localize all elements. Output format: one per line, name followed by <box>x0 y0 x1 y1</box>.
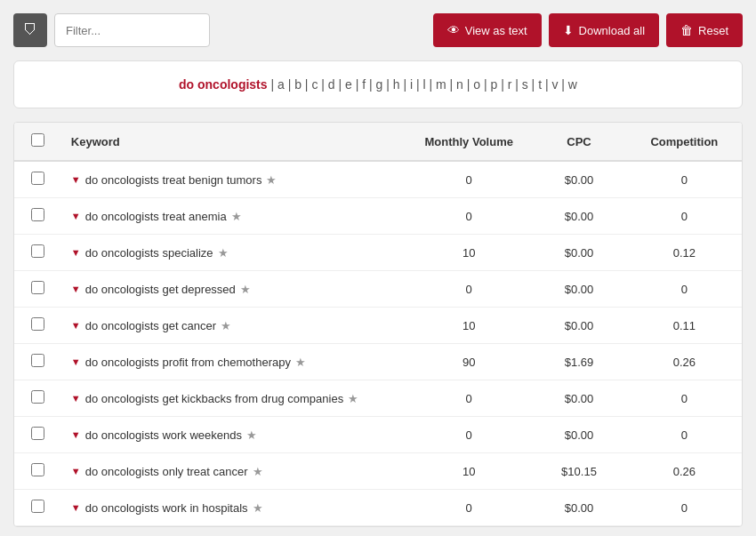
download-icon: ⬇ <box>563 23 574 37</box>
row-checkbox-7[interactable] <box>31 427 44 440</box>
row-keyword-5: ▼ do oncologists profit from chemotherap… <box>62 344 406 380</box>
row-checkbox-0[interactable] <box>31 172 44 185</box>
keyword-text: do oncologists work weekends <box>85 428 242 442</box>
keyword-table-container: Keyword Monthly Volume CPC Competition ▼… <box>13 122 743 527</box>
row-checkbox-2[interactable] <box>31 244 44 258</box>
expand-arrow-icon: ▼ <box>71 284 81 294</box>
expand-arrow-icon: ▼ <box>71 320 81 331</box>
row-competition-9: 0 <box>627 490 742 526</box>
row-cpc-8: $10.15 <box>531 453 627 490</box>
expand-arrow-icon: ▼ <box>71 429 81 440</box>
row-keyword-3: ▼ do oncologists get depressed ★ <box>62 271 406 308</box>
row-checkbox-4[interactable] <box>31 317 44 331</box>
row-keyword-0: ▼ do oncologists treat benign tumors ★ <box>62 161 406 198</box>
row-keyword-4: ▼ do oncologists get cancer ★ <box>62 308 406 344</box>
row-checkbox-cell <box>14 235 62 271</box>
keyword-table: Keyword Monthly Volume CPC Competition ▼… <box>14 123 742 526</box>
row-cpc-4: $0.00 <box>531 308 627 344</box>
keyword-text: do oncologists get cancer <box>85 319 216 332</box>
expand-arrow-icon: ▼ <box>71 211 81 221</box>
row-checkbox-cell <box>14 417 62 453</box>
star-icon[interactable]: ★ <box>246 428 257 442</box>
reset-label: Reset <box>698 24 728 37</box>
row-checkbox-6[interactable] <box>31 390 44 404</box>
table-row: ▼ do oncologists get depressed ★ 0 $0.00… <box>14 271 742 308</box>
row-cpc-7: $0.00 <box>531 417 627 453</box>
reset-button[interactable]: 🗑 Reset <box>666 13 743 47</box>
star-icon[interactable]: ★ <box>240 283 251 296</box>
filter-area: ⛉ <box>13 13 210 47</box>
row-checkbox-5[interactable] <box>31 354 44 367</box>
eye-icon: 👁 <box>447 23 460 37</box>
select-all-checkbox[interactable] <box>31 133 44 147</box>
row-keyword-6: ▼ do oncologists get kickbacks from drug… <box>62 380 406 417</box>
row-competition-6: 0 <box>627 380 742 417</box>
table-body: ▼ do oncologists treat benign tumors ★ 0… <box>14 161 742 526</box>
expand-arrow-icon: ▼ <box>71 174 81 185</box>
table-row: ▼ do oncologists work weekends ★ 0 $0.00… <box>14 417 742 453</box>
row-checkbox-cell <box>14 490 62 526</box>
table-row: ▼ do oncologists treat benign tumors ★ 0… <box>14 161 742 198</box>
toolbar: ⛉ 👁 View as text ⬇ Download all 🗑 Reset <box>13 13 743 47</box>
row-competition-8: 0.26 <box>627 453 742 490</box>
row-competition-4: 0.11 <box>627 308 742 344</box>
star-icon[interactable]: ★ <box>295 356 306 369</box>
expand-arrow-icon: ▼ <box>71 247 81 258</box>
row-keyword-9: ▼ do oncologists work in hospitals ★ <box>62 490 406 526</box>
view-as-text-label: View as text <box>465 24 527 37</box>
download-all-label: Download all <box>579 24 645 37</box>
table-row: ▼ do oncologists treat anemia ★ 0 $0.00 … <box>14 198 742 235</box>
star-icon[interactable]: ★ <box>253 501 263 515</box>
keyword-text: do oncologists profit from chemotherapy <box>85 356 291 369</box>
keyword-text: do oncologists only treat cancer <box>85 465 248 478</box>
row-keyword-8: ▼ do oncologists only treat cancer ★ <box>62 453 406 490</box>
table-row: ▼ do oncologists specialize ★ 10 $0.00 0… <box>14 235 742 271</box>
table-row: ▼ do oncologists get cancer ★ 10 $0.00 0… <box>14 308 742 344</box>
row-competition-3: 0 <box>627 271 742 308</box>
view-as-text-button[interactable]: 👁 View as text <box>433 13 542 47</box>
row-keyword-1: ▼ do oncologists treat anemia ★ <box>62 198 406 235</box>
search-letters: | <box>270 77 277 92</box>
star-icon[interactable]: ★ <box>253 465 263 478</box>
keyword-text: do oncologists get kickbacks from drug c… <box>85 392 343 405</box>
table-row: ▼ do oncologists get kickbacks from drug… <box>14 380 742 417</box>
row-checkbox-8[interactable] <box>31 463 44 476</box>
row-competition-1: 0 <box>627 198 742 235</box>
alphabet-letters: a | b | c | d | e | f | g | h | i | l | … <box>277 77 577 92</box>
row-checkbox-9[interactable] <box>31 500 44 513</box>
expand-arrow-icon: ▼ <box>71 466 81 476</box>
header-checkbox-col <box>14 123 62 161</box>
download-all-button[interactable]: ⬇ Download all <box>549 13 659 47</box>
row-volume-8: 10 <box>406 453 531 490</box>
row-cpc-3: $0.00 <box>531 271 627 308</box>
row-cpc-0: $0.00 <box>531 161 627 198</box>
row-volume-2: 10 <box>406 235 531 271</box>
star-icon[interactable]: ★ <box>266 173 277 187</box>
table-header-row: Keyword Monthly Volume CPC Competition <box>14 123 742 161</box>
row-cpc-1: $0.00 <box>531 198 627 235</box>
header-competition: Competition <box>627 123 742 161</box>
row-volume-5: 90 <box>406 344 531 380</box>
row-volume-4: 10 <box>406 308 531 344</box>
row-competition-7: 0 <box>627 417 742 453</box>
filter-input[interactable] <box>54 13 210 47</box>
row-volume-9: 0 <box>406 490 531 526</box>
row-cpc-5: $1.69 <box>531 344 627 380</box>
reset-icon: 🗑 <box>680 23 693 37</box>
row-checkbox-cell <box>14 344 62 380</box>
row-cpc-6: $0.00 <box>531 380 627 417</box>
star-icon[interactable]: ★ <box>218 246 229 260</box>
row-checkbox-1[interactable] <box>31 208 44 221</box>
expand-arrow-icon: ▼ <box>71 356 81 367</box>
keyword-text: do oncologists specialize <box>85 246 213 260</box>
row-cpc-2: $0.00 <box>531 235 627 271</box>
star-icon[interactable]: ★ <box>231 210 242 223</box>
keyword-text: do oncologists work in hospitals <box>85 501 248 515</box>
star-icon[interactable]: ★ <box>348 392 358 405</box>
table-row: ▼ do oncologists work in hospitals ★ 0 $… <box>14 490 742 526</box>
row-keyword-7: ▼ do oncologists work weekends ★ <box>62 417 406 453</box>
filter-icon-button[interactable]: ⛉ <box>13 13 47 47</box>
search-term-box: do oncologists | a | b | c | d | e | f |… <box>13 60 743 108</box>
star-icon[interactable]: ★ <box>221 319 231 332</box>
row-checkbox-3[interactable] <box>31 281 44 294</box>
